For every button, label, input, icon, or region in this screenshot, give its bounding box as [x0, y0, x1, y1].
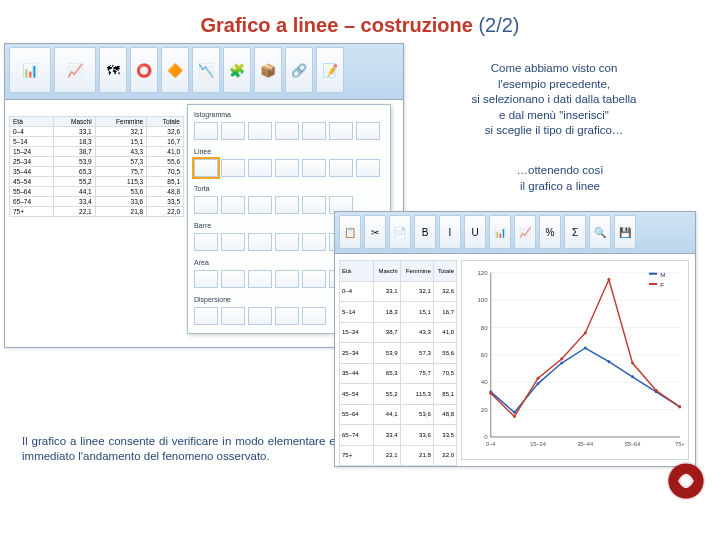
- caption-top-right: Come abbiamo visto con l'esempio precede…: [424, 61, 684, 139]
- chart-type-thumb[interactable]: [194, 307, 218, 325]
- table-cell: 22,0: [433, 445, 456, 466]
- chart-type-thumb[interactable]: [221, 233, 245, 251]
- chart-type-thumb[interactable]: [221, 307, 245, 325]
- chart-type-thumb[interactable]: [356, 159, 380, 177]
- chart-type-thumb[interactable]: [275, 233, 299, 251]
- chart-type-thumb[interactable]: [221, 196, 245, 214]
- chart-type-thumb[interactable]: [302, 159, 326, 177]
- svg-text:15–24: 15–24: [530, 441, 546, 447]
- logo-icon: [662, 457, 710, 505]
- chart-type-thumb[interactable]: [194, 122, 218, 140]
- chart-type-thumb[interactable]: [329, 122, 353, 140]
- chart-type-thumb[interactable]: [275, 196, 299, 214]
- ribbon-button[interactable]: Σ: [564, 215, 586, 249]
- table-cell: 22,1: [374, 445, 401, 466]
- table-cell: 22,0: [147, 207, 184, 217]
- table-cell: 65–74: [10, 197, 54, 207]
- chart-type-thumb[interactable]: [194, 270, 218, 288]
- table-cell: 41,0: [433, 322, 456, 343]
- line-chart-svg: 0204060801001200–415–2435–4455–6475+MF: [462, 261, 688, 459]
- chart-type-thumb[interactable]: [275, 159, 299, 177]
- table-cell: 5–14: [10, 137, 54, 147]
- ribbon-button[interactable]: U: [464, 215, 486, 249]
- table-row: 75+22,121,822,0: [10, 207, 184, 217]
- table-cell: 21,8: [95, 207, 147, 217]
- table-row: 45–5455,2115,385,1: [10, 177, 184, 187]
- svg-point-25: [489, 392, 492, 395]
- table-cell: 33,1: [54, 127, 96, 137]
- worksheet-area-2: EtàMaschiFemmineTotale0–433,132,132,65–1…: [335, 254, 695, 466]
- svg-text:35–44: 35–44: [577, 441, 593, 447]
- ribbon-button[interactable]: %: [539, 215, 561, 249]
- ribbon-home: 📋✂📄BIU📊📈%Σ🔍💾: [335, 212, 695, 254]
- chart-type-thumb[interactable]: [275, 307, 299, 325]
- ribbon-button[interactable]: 🔍: [589, 215, 611, 249]
- ribbon-button[interactable]: 📦: [254, 47, 282, 93]
- svg-point-28: [560, 358, 563, 361]
- chart-type-thumb[interactable]: [302, 196, 326, 214]
- table-cell: 18,3: [374, 302, 401, 323]
- chart-type-thumb[interactable]: [194, 233, 218, 251]
- table-cell: 53,6: [95, 187, 147, 197]
- chart-type-thumb[interactable]: [248, 233, 272, 251]
- ribbon-button[interactable]: 📊: [489, 215, 511, 249]
- chart-type-thumb[interactable]: [302, 122, 326, 140]
- svg-point-22: [631, 375, 634, 378]
- ribbon-button[interactable]: 📉: [192, 47, 220, 93]
- table-row: 35–4465,375,770,5: [340, 363, 457, 384]
- svg-point-44: [681, 476, 691, 486]
- ribbon-button[interactable]: 📄: [389, 215, 411, 249]
- chart-type-thumb[interactable]: [194, 159, 218, 177]
- ribbon-button[interactable]: 📈: [514, 215, 536, 249]
- chart-type-thumb[interactable]: [194, 196, 218, 214]
- chart-type-thumb[interactable]: [275, 122, 299, 140]
- table-cell: 41,0: [147, 147, 184, 157]
- ribbon-button[interactable]: 🗺: [99, 47, 127, 93]
- title-suffix: (2/2): [478, 14, 519, 36]
- svg-text:75+: 75+: [675, 441, 685, 447]
- ribbon-button[interactable]: 📝: [316, 47, 344, 93]
- svg-point-29: [584, 332, 587, 335]
- chart-menu-section-label: Torta: [192, 183, 386, 194]
- ribbon-button[interactable]: 🧩: [223, 47, 251, 93]
- table-cell: 53,6: [400, 404, 433, 425]
- ribbon-button[interactable]: 🔶: [161, 47, 189, 93]
- chart-type-thumb[interactable]: [248, 270, 272, 288]
- table-cell: 35–44: [10, 167, 54, 177]
- ribbon-button[interactable]: B: [414, 215, 436, 249]
- ribbon-button[interactable]: 📈: [54, 47, 96, 93]
- ribbon-button[interactable]: 📋: [339, 215, 361, 249]
- table-cell: 15,1: [95, 137, 147, 147]
- table-cell: 85,1: [147, 177, 184, 187]
- ribbon-button[interactable]: 🔗: [285, 47, 313, 93]
- ribbon-button[interactable]: 📊: [9, 47, 51, 93]
- chart-type-thumb[interactable]: [221, 122, 245, 140]
- chart-type-thumb[interactable]: [221, 159, 245, 177]
- ribbon-button[interactable]: 💾: [614, 215, 636, 249]
- table-cell: 55,6: [433, 343, 456, 364]
- ribbon-button[interactable]: ✂: [364, 215, 386, 249]
- chart-type-thumb[interactable]: [248, 307, 272, 325]
- table-cell: 21,8: [400, 445, 433, 466]
- chart-type-thumb[interactable]: [329, 159, 353, 177]
- chart-type-thumb[interactable]: [248, 122, 272, 140]
- table-cell: 33,4: [374, 425, 401, 446]
- table-row: 35–4465,375,770,5: [10, 167, 184, 177]
- svg-text:100: 100: [477, 296, 488, 303]
- ribbon-button[interactable]: I: [439, 215, 461, 249]
- chart-type-thumb[interactable]: [302, 233, 326, 251]
- chart-type-thumb[interactable]: [275, 270, 299, 288]
- chart-type-thumb[interactable]: [221, 270, 245, 288]
- table-cell: 33,4: [54, 197, 96, 207]
- table-cell: 57,3: [95, 157, 147, 167]
- ribbon-button[interactable]: ⭕: [130, 47, 158, 93]
- chart-type-thumb[interactable]: [302, 270, 326, 288]
- table-row: 5–1418,315,116,7: [10, 137, 184, 147]
- svg-point-31: [631, 362, 634, 365]
- svg-text:20: 20: [481, 406, 488, 413]
- table-cell: 75+: [10, 207, 54, 217]
- chart-type-thumb[interactable]: [248, 159, 272, 177]
- chart-type-thumb[interactable]: [302, 307, 326, 325]
- chart-type-thumb[interactable]: [356, 122, 380, 140]
- chart-type-thumb[interactable]: [248, 196, 272, 214]
